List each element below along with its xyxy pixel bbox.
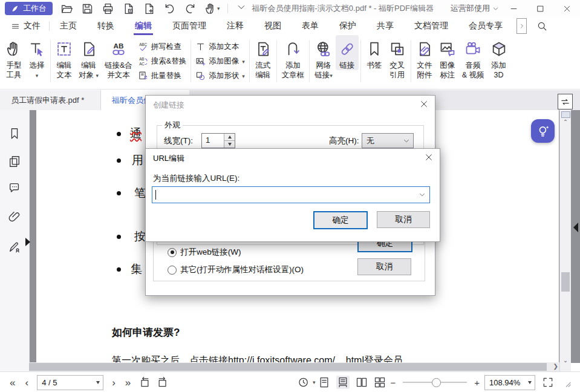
url-combo-box[interactable] — [152, 186, 430, 203]
zoom-slider[interactable] — [399, 382, 471, 383]
highlight-dropdown[interactable]: 无 — [362, 133, 414, 148]
read-mode-caret[interactable]: ▾ — [313, 379, 316, 385]
resize-grip[interactable] — [560, 376, 572, 388]
add-image-button[interactable]: 添加图像▾ — [195, 56, 245, 67]
menu-share[interactable]: 共享 — [367, 17, 404, 35]
account-menu[interactable]: 运营部使用 — [451, 3, 499, 14]
signature-panel-icon[interactable] — [8, 240, 21, 253]
add-shape-button[interactable]: 添加形状▾ — [195, 71, 245, 81]
continuous-view-button[interactable] — [336, 376, 350, 389]
web-link-button[interactable]: 网络 链接▾ — [311, 35, 336, 80]
scroll-right-arrow[interactable]: ❯ — [553, 363, 558, 370]
export-page-icon[interactable] — [122, 2, 135, 15]
add-article-box-button[interactable]: 添加 文章框 — [279, 35, 308, 80]
fullscreen-button[interactable] — [542, 376, 554, 388]
hand-tool-caret[interactable]: ▾ — [217, 5, 220, 11]
maximize-button[interactable] — [527, 0, 553, 17]
comments-panel-icon[interactable] — [8, 181, 21, 195]
spin-up-button[interactable] — [224, 134, 235, 140]
search-replace-button[interactable]: 搜索&替换 — [138, 56, 186, 67]
right-panel-expand-handle[interactable] — [573, 223, 578, 232]
hand-quick-tool-icon[interactable] — [204, 2, 217, 15]
tab-employee-leave-form[interactable]: 员工请假申请表.pdf * — [0, 90, 101, 110]
batch-replace-button[interactable]: 批量替换 — [138, 71, 186, 81]
last-page-button[interactable]: » — [120, 377, 135, 388]
minimize-button[interactable] — [500, 0, 527, 17]
zoom-in-button[interactable]: + — [473, 377, 481, 388]
page-transition-button[interactable] — [558, 94, 573, 109]
vertical-scroll-thumb[interactable] — [561, 272, 570, 292]
page-number-combo[interactable]: 4 / 5 — [37, 375, 103, 390]
search-icon[interactable] — [536, 21, 547, 31]
redo-icon[interactable] — [184, 2, 197, 15]
url-input[interactable] — [156, 188, 419, 201]
hand-tool-button[interactable]: 手型 工具 — [2, 35, 25, 80]
cross-reference-button[interactable]: 交叉 引用 — [386, 35, 409, 80]
create-link-cancel-button[interactable]: 取消 — [357, 258, 411, 275]
edit-text-button[interactable]: 编辑 文本 — [53, 35, 76, 80]
menu-convert[interactable]: 转换 — [87, 17, 125, 35]
print-icon[interactable] — [102, 2, 114, 15]
menu-protect[interactable]: 保护 — [329, 17, 367, 35]
open-file-icon[interactable] — [60, 2, 73, 15]
menu-edit[interactable]: 编辑 — [125, 17, 162, 35]
menu-page-manage[interactable]: 页面管理 — [162, 17, 217, 35]
menu-view[interactable]: 视图 — [254, 17, 292, 35]
first-page-button[interactable]: « — [5, 377, 20, 388]
url-ok-button[interactable]: 确定 — [313, 211, 368, 229]
url-cancel-button[interactable]: 取消 — [377, 211, 430, 228]
zoom-out-button[interactable]: − — [389, 377, 397, 388]
save-icon[interactable] — [81, 2, 94, 15]
menu-overflow-arrow[interactable] — [516, 18, 527, 34]
horizontal-scroll-thumb[interactable] — [29, 363, 547, 371]
bookmarks-panel-icon[interactable] — [8, 127, 21, 140]
previous-view-button[interactable] — [138, 376, 151, 388]
menu-comment[interactable]: 注释 — [217, 17, 254, 35]
left-panel-expand-handle[interactable] — [25, 238, 30, 246]
next-page-button[interactable]: › — [107, 377, 120, 388]
ai-assistant-button[interactable] — [531, 119, 555, 143]
menu-home[interactable]: 主页 — [50, 17, 87, 35]
link-tool-button[interactable]: 链接 — [336, 35, 359, 70]
zoom-slider-track[interactable] — [403, 382, 467, 383]
attachments-panel-icon[interactable] — [8, 211, 21, 224]
menu-doc-manage[interactable]: 文档管理 — [404, 17, 458, 35]
single-page-view-button[interactable] — [318, 376, 330, 388]
edit-object-button[interactable]: 编辑 对象 ▾ — [76, 35, 102, 80]
link-merge-text-button[interactable]: 链接&合 并文本 — [102, 35, 135, 80]
line-width-spinner[interactable]: 1 — [201, 133, 235, 148]
spin-down-button[interactable] — [224, 140, 235, 148]
open-web-link-radio[interactable]: 打开web链接(W) — [168, 247, 241, 258]
workspace-button[interactable]: 工作台 — [5, 2, 53, 15]
menu-member[interactable]: 会员专享 — [458, 17, 513, 35]
flow-edit-button[interactable]: 流式 编辑 — [252, 35, 275, 80]
previous-page-button[interactable]: ‹ — [20, 377, 33, 388]
image-annotation-button[interactable]: 图像 标注 — [436, 35, 459, 80]
audio-video-button[interactable]: 音频 & 视频 — [459, 35, 487, 80]
pages-panel-icon[interactable] — [8, 155, 21, 168]
close-icon[interactable] — [424, 152, 434, 162]
add-page-icon[interactable] — [143, 2, 155, 15]
customize-toolbar-chevron-icon[interactable] — [236, 2, 246, 15]
add-3d-button[interactable]: 添加 3D — [487, 35, 510, 80]
bookmark-button[interactable]: 书签 — [363, 35, 386, 70]
other-action-radio[interactable]: 其它(打开动作属性对话框设置)(O) — [168, 264, 304, 275]
scroll-up-arrow[interactable]: ⌃ — [561, 119, 570, 125]
menu-file[interactable]: 文件 — [0, 21, 49, 31]
close-icon[interactable] — [419, 99, 429, 109]
scrollbar-split-handle[interactable] — [561, 111, 570, 118]
scroll-down-arrow[interactable]: ⌄ — [561, 357, 570, 364]
facing-view-button[interactable] — [356, 376, 368, 388]
menu-form[interactable]: 表单 — [292, 17, 329, 35]
file-attachment-button[interactable]: 文件 附件 — [413, 35, 436, 80]
facing-continuous-view-button[interactable] — [374, 376, 386, 388]
vertical-scrollbar[interactable]: ⌃ ⌄ — [559, 110, 571, 371]
zoom-slider-thumb[interactable] — [432, 378, 441, 387]
add-text-button[interactable]: 添加文本 — [195, 42, 245, 52]
zoom-level-combo[interactable]: 108.94% — [484, 375, 535, 390]
read-mode-clock-icon[interactable] — [298, 376, 310, 388]
select-tool-button[interactable]: 选择▾ — [25, 35, 48, 80]
spell-check-button[interactable]: 拼写检查 — [138, 42, 186, 52]
undo-icon[interactable] — [163, 2, 176, 15]
close-button[interactable] — [553, 0, 580, 17]
